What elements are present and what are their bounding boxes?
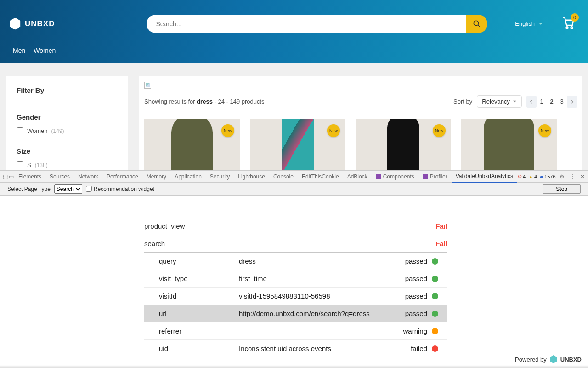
cart-button[interactable]: 0 xyxy=(561,16,575,31)
chevron-left-icon xyxy=(530,100,533,104)
status-dot-icon xyxy=(432,293,438,299)
tab-profiler[interactable]: Profiler xyxy=(419,171,451,183)
row-key: url xyxy=(159,310,239,317)
row-value: visitId-1595849883110-56598 xyxy=(239,292,390,300)
sort-select[interactable]: Relevancy xyxy=(477,95,522,108)
section-label: search xyxy=(144,240,165,247)
device-icon[interactable]: ▭ xyxy=(9,173,14,180)
new-badge: New xyxy=(221,124,234,137)
more-icon[interactable]: ⋮ xyxy=(569,173,576,180)
gear-icon[interactable]: ⚙ xyxy=(559,173,566,180)
search-button[interactable] xyxy=(466,15,487,33)
facet-option-label: Women xyxy=(27,127,48,134)
product-card[interactable]: New xyxy=(250,119,345,170)
page-2[interactable]: 2 xyxy=(547,96,557,108)
status-dot-icon xyxy=(432,258,438,264)
page-1[interactable]: 1 xyxy=(537,96,547,108)
section-search[interactable]: search Fail xyxy=(144,235,447,253)
row-status: passed xyxy=(390,275,427,282)
product-card[interactable]: New xyxy=(461,119,557,170)
powered-brand: UNBXD xyxy=(560,356,582,363)
page-3[interactable]: 3 xyxy=(557,96,567,108)
tab-sources[interactable]: Sources xyxy=(46,171,74,183)
language-label: English xyxy=(515,20,535,27)
results-prefix: Showing results for xyxy=(144,98,197,105)
sortby-label: Sort by xyxy=(453,98,472,105)
row-status: passed xyxy=(390,257,427,265)
tab-network[interactable]: Network xyxy=(74,171,102,183)
broken-image-icon xyxy=(144,82,151,89)
warning-count[interactable]: ▲4 xyxy=(528,174,537,179)
sort-value: Relevancy xyxy=(482,98,510,105)
tab-elements[interactable]: Elements xyxy=(15,171,45,183)
svg-point-2 xyxy=(566,27,568,29)
section-status: Fail xyxy=(435,222,447,230)
row-value: Inconsistent uid across events xyxy=(239,345,390,352)
product-card[interactable]: New xyxy=(144,119,240,170)
search-input[interactable] xyxy=(147,15,466,33)
close-icon[interactable]: ✕ xyxy=(579,173,586,180)
row-value: first_time xyxy=(239,275,390,282)
report-row[interactable]: urlhttp://demo.unbxd.com/en/search?q=dre… xyxy=(144,305,447,322)
hexagon-icon xyxy=(549,355,558,363)
product-card[interactable]: New xyxy=(356,119,451,170)
facet-gender-women[interactable]: Women (149) xyxy=(17,127,117,134)
tab-components[interactable]: Components xyxy=(372,171,418,183)
brand-logo[interactable]: UNBXD xyxy=(9,18,55,30)
row-key: uid xyxy=(159,345,239,352)
pagination: 1 2 3 xyxy=(526,96,577,108)
tab-performance[interactable]: Performance xyxy=(103,171,142,183)
checkbox[interactable] xyxy=(17,127,23,134)
status-dot-icon xyxy=(432,345,438,352)
hexagon-icon xyxy=(9,18,21,30)
report-row[interactable]: uidInconsistent uid across eventsfailed xyxy=(144,340,447,357)
report-row[interactable]: querydresspassed xyxy=(144,253,447,270)
error-count[interactable]: ⊘4 xyxy=(518,173,526,179)
page-type-select[interactable]: Search xyxy=(54,184,82,194)
tab-application[interactable]: Application xyxy=(171,171,205,183)
analytics-report: product_view Fail search Fail querydress… xyxy=(144,218,447,357)
page-prev[interactable] xyxy=(526,96,537,108)
tab-security[interactable]: Security xyxy=(206,171,233,183)
facet-option-label: S xyxy=(27,161,31,168)
stop-button[interactable]: Stop xyxy=(543,184,581,194)
checkbox[interactable] xyxy=(86,186,92,192)
recommendation-checkbox[interactable]: Recommendation widget xyxy=(86,186,154,192)
facet-size-s[interactable]: S (138) xyxy=(17,161,117,168)
chevron-down-icon xyxy=(513,99,517,104)
row-status: passed xyxy=(390,292,427,300)
language-selector[interactable]: English xyxy=(515,20,543,27)
row-status: failed xyxy=(390,345,427,352)
row-key: query xyxy=(159,257,239,265)
nav-women[interactable]: Women xyxy=(34,47,56,54)
checkbox[interactable] xyxy=(17,161,23,168)
primary-nav: Men Women xyxy=(0,40,588,61)
tab-lighthouse[interactable]: Lighthouse xyxy=(234,171,269,183)
react-icon xyxy=(376,174,381,179)
svg-point-3 xyxy=(571,27,573,29)
facet-count: (138) xyxy=(35,162,48,168)
tab-console[interactable]: Console xyxy=(270,171,297,183)
powered-label: Powered by xyxy=(515,356,547,363)
devtools-tabbar: ⬚ ▭ Elements Sources Network Performance… xyxy=(0,171,588,183)
section-label: product_view xyxy=(144,222,185,230)
section-product-view[interactable]: product_view Fail xyxy=(144,218,447,235)
tab-validateunbxdanalytics[interactable]: ValidateUnbxdAnalytics xyxy=(452,170,517,183)
devtools-panel: ⬚ ▭ Elements Sources Network Performance… xyxy=(0,170,588,368)
nav-men[interactable]: Men xyxy=(13,47,25,54)
row-key: referrer xyxy=(159,327,239,335)
message-count[interactable]: ▰1576 xyxy=(540,173,555,179)
page-next[interactable] xyxy=(567,96,577,108)
report-row[interactable]: visit_typefirst_timepassed xyxy=(144,270,447,288)
chevron-right-icon xyxy=(570,100,574,104)
row-value: dress xyxy=(239,257,390,265)
brand-name: UNBXD xyxy=(25,19,55,29)
report-row[interactable]: visitIdvisitId-1595849883110-56598passed xyxy=(144,288,447,305)
report-row[interactable]: referrerwarning xyxy=(144,322,447,340)
tab-editthiscookie[interactable]: EditThisCookie xyxy=(298,171,343,183)
row-status: warning xyxy=(390,327,427,335)
inspect-icon[interactable]: ⬚ xyxy=(3,173,8,180)
filter-by-heading: Filter By xyxy=(17,86,117,100)
tab-memory[interactable]: Memory xyxy=(143,171,170,183)
tab-adblock[interactable]: AdBlock xyxy=(344,171,371,183)
